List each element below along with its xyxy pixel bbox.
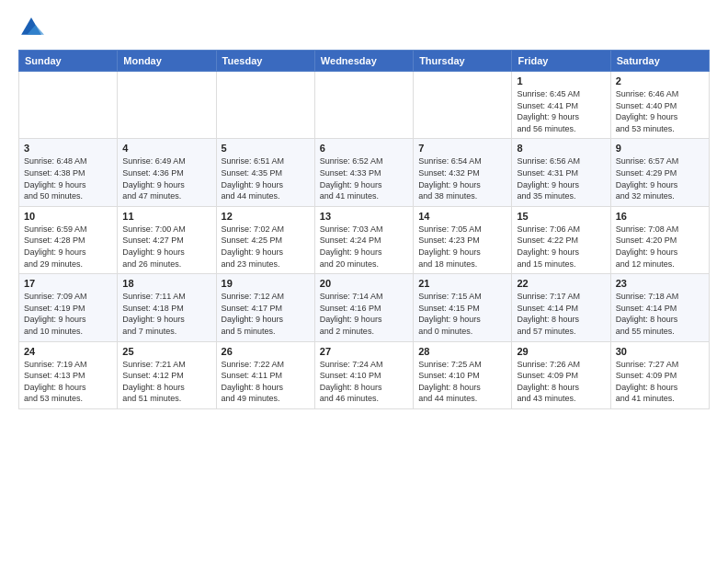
day-number: 21 <box>418 278 506 289</box>
calendar-cell: 24Sunrise: 7:19 AM Sunset: 4:13 PM Dayli… <box>19 341 118 408</box>
day-info: Sunrise: 6:49 AM Sunset: 4:36 PM Dayligh… <box>122 155 210 201</box>
day-number: 1 <box>517 75 605 86</box>
day-number: 4 <box>122 143 210 154</box>
calendar-cell: 20Sunrise: 7:14 AM Sunset: 4:16 PM Dayli… <box>314 274 413 341</box>
calendar-cell: 6Sunrise: 6:52 AM Sunset: 4:33 PM Daylig… <box>314 139 413 206</box>
day-number: 8 <box>517 143 605 154</box>
day-info: Sunrise: 7:15 AM Sunset: 4:15 PM Dayligh… <box>418 291 506 337</box>
day-info: Sunrise: 6:56 AM Sunset: 4:31 PM Dayligh… <box>517 155 605 201</box>
calendar-week-row: 1Sunrise: 6:45 AM Sunset: 4:41 PM Daylig… <box>19 72 710 139</box>
day-number: 6 <box>320 143 408 154</box>
calendar-week-row: 17Sunrise: 7:09 AM Sunset: 4:19 PM Dayli… <box>19 274 710 341</box>
day-number: 15 <box>517 211 605 222</box>
calendar-cell: 25Sunrise: 7:21 AM Sunset: 4:12 PM Dayli… <box>118 341 216 408</box>
day-number: 30 <box>616 346 704 357</box>
calendar-cell: 9Sunrise: 6:57 AM Sunset: 4:29 PM Daylig… <box>610 139 709 206</box>
calendar-week-row: 10Sunrise: 6:59 AM Sunset: 4:28 PM Dayli… <box>19 206 710 273</box>
calendar-cell: 23Sunrise: 7:18 AM Sunset: 4:14 PM Dayli… <box>610 274 709 341</box>
calendar-cell: 1Sunrise: 6:45 AM Sunset: 4:41 PM Daylig… <box>512 72 610 139</box>
calendar-cell: 26Sunrise: 7:22 AM Sunset: 4:11 PM Dayli… <box>216 341 314 408</box>
day-info: Sunrise: 7:27 AM Sunset: 4:09 PM Dayligh… <box>616 359 704 405</box>
calendar-cell: 13Sunrise: 7:03 AM Sunset: 4:24 PM Dayli… <box>314 206 413 273</box>
day-info: Sunrise: 7:08 AM Sunset: 4:20 PM Dayligh… <box>616 224 704 270</box>
day-number: 29 <box>517 346 605 357</box>
day-info: Sunrise: 7:26 AM Sunset: 4:09 PM Dayligh… <box>517 359 605 405</box>
calendar-cell <box>118 72 216 139</box>
calendar-cell <box>19 72 118 139</box>
calendar-cell: 18Sunrise: 7:11 AM Sunset: 4:18 PM Dayli… <box>118 274 216 341</box>
day-number: 22 <box>517 278 605 289</box>
day-info: Sunrise: 7:18 AM Sunset: 4:14 PM Dayligh… <box>616 291 704 337</box>
calendar-cell: 27Sunrise: 7:24 AM Sunset: 4:10 PM Dayli… <box>314 341 413 408</box>
calendar-cell: 14Sunrise: 7:05 AM Sunset: 4:23 PM Dayli… <box>414 206 512 273</box>
day-info: Sunrise: 6:45 AM Sunset: 4:41 PM Dayligh… <box>517 88 605 134</box>
calendar-cell: 10Sunrise: 6:59 AM Sunset: 4:28 PM Dayli… <box>19 206 118 273</box>
day-info: Sunrise: 7:12 AM Sunset: 4:17 PM Dayligh… <box>222 291 310 337</box>
day-number: 14 <box>418 211 506 222</box>
calendar-cell: 7Sunrise: 6:54 AM Sunset: 4:32 PM Daylig… <box>414 139 512 206</box>
weekday-header: Tuesday <box>216 51 314 72</box>
day-info: Sunrise: 7:09 AM Sunset: 4:19 PM Dayligh… <box>24 291 112 337</box>
day-info: Sunrise: 6:54 AM Sunset: 4:32 PM Dayligh… <box>418 155 506 201</box>
weekday-header: Friday <box>512 51 610 72</box>
day-number: 27 <box>320 346 408 357</box>
day-info: Sunrise: 7:02 AM Sunset: 4:25 PM Dayligh… <box>222 224 310 270</box>
calendar-cell: 30Sunrise: 7:27 AM Sunset: 4:09 PM Dayli… <box>610 341 709 408</box>
day-info: Sunrise: 7:25 AM Sunset: 4:10 PM Dayligh… <box>418 359 506 405</box>
day-number: 18 <box>122 278 210 289</box>
calendar-cell <box>216 72 314 139</box>
calendar-cell: 22Sunrise: 7:17 AM Sunset: 4:14 PM Dayli… <box>512 274 610 341</box>
day-info: Sunrise: 7:11 AM Sunset: 4:18 PM Dayligh… <box>122 291 210 337</box>
weekday-header: Wednesday <box>314 51 413 72</box>
header <box>18 15 710 40</box>
calendar-cell: 15Sunrise: 7:06 AM Sunset: 4:22 PM Dayli… <box>512 206 610 273</box>
logo-icon <box>18 15 44 40</box>
weekday-header: Thursday <box>414 51 512 72</box>
day-number: 9 <box>616 143 704 154</box>
day-number: 28 <box>418 346 506 357</box>
calendar-cell <box>414 72 512 139</box>
day-info: Sunrise: 6:46 AM Sunset: 4:40 PM Dayligh… <box>616 88 704 134</box>
calendar-header-row: SundayMondayTuesdayWednesdayThursdayFrid… <box>19 51 710 72</box>
day-info: Sunrise: 7:22 AM Sunset: 4:11 PM Dayligh… <box>222 359 310 405</box>
calendar-cell: 4Sunrise: 6:49 AM Sunset: 4:36 PM Daylig… <box>118 139 216 206</box>
calendar-cell: 2Sunrise: 6:46 AM Sunset: 4:40 PM Daylig… <box>610 72 709 139</box>
day-number: 2 <box>616 75 704 86</box>
calendar-table: SundayMondayTuesdayWednesdayThursdayFrid… <box>18 50 710 409</box>
calendar-cell: 5Sunrise: 6:51 AM Sunset: 4:35 PM Daylig… <box>216 139 314 206</box>
day-info: Sunrise: 7:05 AM Sunset: 4:23 PM Dayligh… <box>418 224 506 270</box>
day-info: Sunrise: 7:03 AM Sunset: 4:24 PM Dayligh… <box>320 224 408 270</box>
day-number: 5 <box>222 143 310 154</box>
day-number: 19 <box>222 278 310 289</box>
day-info: Sunrise: 6:52 AM Sunset: 4:33 PM Dayligh… <box>320 155 408 201</box>
day-number: 7 <box>418 143 506 154</box>
day-info: Sunrise: 7:21 AM Sunset: 4:12 PM Dayligh… <box>122 359 210 405</box>
calendar-cell: 11Sunrise: 7:00 AM Sunset: 4:27 PM Dayli… <box>118 206 216 273</box>
calendar-cell: 16Sunrise: 7:08 AM Sunset: 4:20 PM Dayli… <box>610 206 709 273</box>
calendar-week-row: 3Sunrise: 6:48 AM Sunset: 4:38 PM Daylig… <box>19 139 710 206</box>
day-number: 20 <box>320 278 408 289</box>
day-number: 13 <box>320 211 408 222</box>
calendar-cell: 21Sunrise: 7:15 AM Sunset: 4:15 PM Dayli… <box>414 274 512 341</box>
day-number: 25 <box>122 346 210 357</box>
weekday-header: Sunday <box>19 51 118 72</box>
day-info: Sunrise: 7:06 AM Sunset: 4:22 PM Dayligh… <box>517 224 605 270</box>
day-number: 16 <box>616 211 704 222</box>
day-info: Sunrise: 7:00 AM Sunset: 4:27 PM Dayligh… <box>122 224 210 270</box>
day-info: Sunrise: 7:17 AM Sunset: 4:14 PM Dayligh… <box>517 291 605 337</box>
day-number: 23 <box>616 278 704 289</box>
calendar-cell: 17Sunrise: 7:09 AM Sunset: 4:19 PM Dayli… <box>19 274 118 341</box>
day-number: 10 <box>24 211 112 222</box>
calendar-cell <box>314 72 413 139</box>
weekday-header: Monday <box>118 51 216 72</box>
calendar-cell: 12Sunrise: 7:02 AM Sunset: 4:25 PM Dayli… <box>216 206 314 273</box>
calendar-week-row: 24Sunrise: 7:19 AM Sunset: 4:13 PM Dayli… <box>19 341 710 408</box>
day-number: 26 <box>222 346 310 357</box>
day-info: Sunrise: 6:48 AM Sunset: 4:38 PM Dayligh… <box>24 155 112 201</box>
day-info: Sunrise: 6:51 AM Sunset: 4:35 PM Dayligh… <box>222 155 310 201</box>
day-number: 24 <box>24 346 112 357</box>
day-number: 17 <box>24 278 112 289</box>
calendar-cell: 3Sunrise: 6:48 AM Sunset: 4:38 PM Daylig… <box>19 139 118 206</box>
day-info: Sunrise: 6:59 AM Sunset: 4:28 PM Dayligh… <box>24 224 112 270</box>
day-info: Sunrise: 7:24 AM Sunset: 4:10 PM Dayligh… <box>320 359 408 405</box>
